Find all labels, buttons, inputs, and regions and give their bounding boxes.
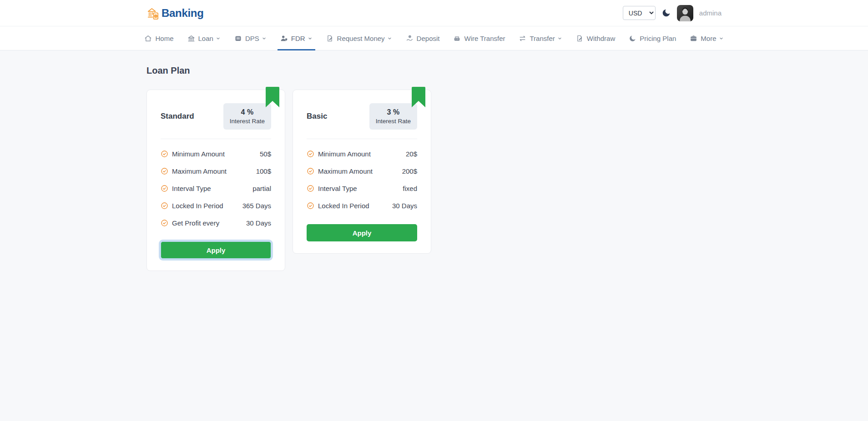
nav-item-pricing-plan[interactable]: Pricing Plan (629, 26, 676, 50)
feature-value: 30 Days (246, 219, 271, 227)
nav-item-label: DPS (245, 35, 259, 42)
nav-item-fdr[interactable]: FDR (280, 26, 313, 50)
apply-button[interactable]: Apply (161, 241, 271, 259)
nav-item-home[interactable]: Home (144, 26, 173, 50)
feature-label: Locked In Period (318, 202, 369, 210)
feature-list: Minimum Amount 20$ Maximum Amount 200$ I… (307, 145, 417, 214)
vault-icon (234, 35, 242, 42)
file-pen-icon (326, 35, 334, 42)
feature-label: Maximum Amount (318, 167, 373, 175)
plan-card-standard: Standard 4 % Interest Rate Minimum Amoun… (146, 90, 285, 271)
crescent-icon (629, 35, 636, 42)
feature-label: Maximum Amount (172, 167, 227, 175)
top-bar: Banking USD (0, 0, 868, 26)
feature-row: Minimum Amount 20$ (307, 145, 417, 162)
interest-rate-label: Interest Rate (376, 118, 411, 125)
nav-item-withdraw[interactable]: Withdraw (576, 26, 616, 50)
feature-label: Interval Type (172, 185, 211, 192)
feature-value: 50$ (260, 150, 271, 158)
nav-item-label: Home (155, 35, 173, 42)
feature-label: Get Profit every (172, 219, 219, 227)
nav-item-label: Transfer (530, 35, 555, 42)
nav-item-dps[interactable]: DPS (234, 26, 267, 50)
feature-row: Get Profit every 30 Days (161, 214, 271, 231)
feature-list: Minimum Amount 50$ Maximum Amount 100$ I… (161, 145, 271, 231)
nav-item-label: Wire Transfer (464, 35, 505, 42)
feature-label: Locked In Period (172, 202, 223, 210)
bookmark-ribbon-icon (412, 87, 425, 107)
header-right: USD (623, 5, 722, 21)
nav-item-loan[interactable]: Loan (187, 26, 221, 50)
nav-item-more[interactable]: More (690, 26, 723, 50)
feature-value: 365 Days (242, 202, 271, 210)
feature-row: Locked In Period 30 Days (307, 197, 417, 214)
check-circle-icon (307, 167, 314, 175)
hand-coin-icon (406, 35, 414, 42)
feature-row: Minimum Amount 50$ (161, 145, 271, 162)
nav-item-label: Pricing Plan (640, 35, 676, 42)
file-pen-icon (576, 35, 584, 42)
check-circle-icon (161, 202, 168, 210)
user-shield-icon (280, 35, 288, 42)
main-nav: Home Loan DPS FDR Request Money Deposit (0, 26, 868, 50)
nav-item-label: More (701, 35, 716, 42)
currency-select[interactable]: USD (623, 6, 656, 20)
chevron-down-icon (387, 36, 392, 41)
chevron-down-icon (262, 36, 267, 41)
check-circle-icon (307, 202, 314, 210)
chevron-down-icon (557, 36, 562, 41)
avatar[interactable] (677, 5, 693, 21)
feature-row: Locked In Period 365 Days (161, 197, 271, 214)
feature-label: Interval Type (318, 185, 357, 192)
nav-item-request-money[interactable]: Request Money (326, 26, 392, 50)
check-circle-icon (307, 150, 314, 158)
divider (161, 139, 271, 139)
nav-item-label: Request Money (337, 35, 385, 42)
feature-label: Minimum Amount (172, 150, 225, 158)
briefcase-icon (690, 35, 697, 42)
main-content: Loan Plan Standard 4 % Interest Rate Min… (0, 50, 868, 271)
feature-value: 200$ (402, 167, 417, 175)
username[interactable]: admina (699, 9, 722, 17)
bank-icon (187, 35, 195, 42)
swap-arrows-icon (519, 35, 526, 42)
check-circle-icon (161, 219, 168, 227)
divider (307, 139, 417, 139)
feature-value: 30 Days (392, 202, 417, 210)
feature-row: Maximum Amount 100$ (161, 162, 271, 180)
nav-item-label: Withdraw (587, 35, 616, 42)
bank-logo-icon (146, 6, 160, 20)
nav-item-transfer[interactable]: Transfer (519, 26, 562, 50)
feature-label: Minimum Amount (318, 150, 371, 158)
feature-row: Interval Type partial (161, 180, 271, 197)
apply-button[interactable]: Apply (307, 224, 417, 241)
plan-name: Basic (307, 112, 327, 121)
feature-row: Maximum Amount 200$ (307, 162, 417, 180)
feature-value: 20$ (406, 150, 417, 158)
plan-name: Standard (161, 112, 194, 121)
moon-icon (661, 8, 671, 18)
bookmark-ribbon-icon (266, 87, 279, 107)
chevron-down-icon (719, 36, 724, 41)
chevron-down-icon (308, 36, 313, 41)
interest-rate-value: 4 % (230, 108, 265, 116)
plan-card-basic: Basic 3 % Interest Rate Minimum Amount 2… (293, 90, 431, 254)
nav-item-wire-transfer[interactable]: Wire Transfer (453, 26, 505, 50)
check-circle-icon (161, 150, 168, 158)
home-icon (144, 35, 152, 42)
check-circle-icon (161, 185, 168, 192)
feature-row: Interval Type fixed (307, 180, 417, 197)
brand-name: Banking (161, 7, 204, 20)
feature-value: partial (252, 185, 271, 192)
feature-value: 100$ (256, 167, 271, 175)
interest-rate-value: 3 % (376, 108, 411, 116)
interest-rate-box: 3 % Interest Rate (369, 103, 417, 130)
check-circle-icon (307, 185, 314, 192)
brand-logo[interactable]: Banking (146, 6, 204, 20)
nav: Home Loan DPS FDR Request Money Deposit (146, 26, 722, 50)
dark-mode-toggle[interactable] (661, 8, 671, 18)
interest-rate-box: 4 % Interest Rate (223, 103, 271, 130)
page-title: Loan Plan (146, 65, 722, 76)
cash-machine-icon (453, 35, 461, 42)
nav-item-deposit[interactable]: Deposit (406, 26, 440, 50)
